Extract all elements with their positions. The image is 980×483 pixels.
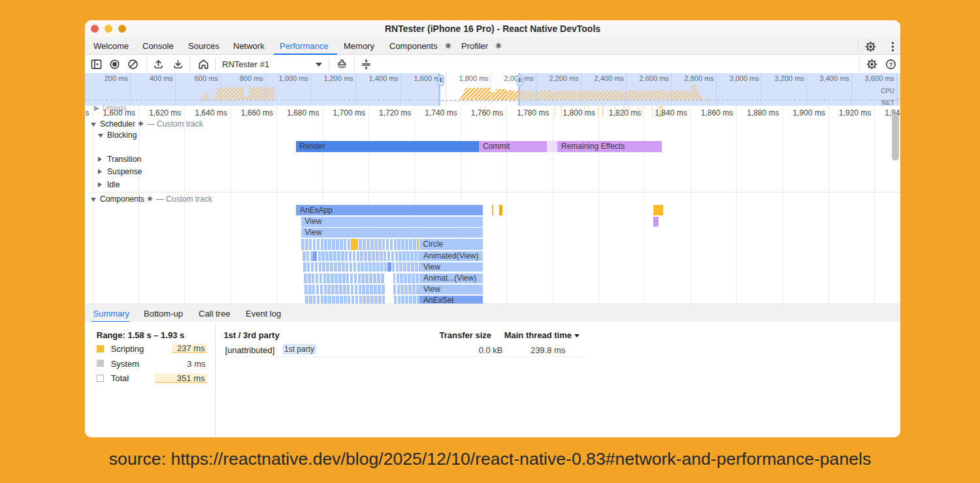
svg-text:?: ? — [889, 61, 892, 68]
